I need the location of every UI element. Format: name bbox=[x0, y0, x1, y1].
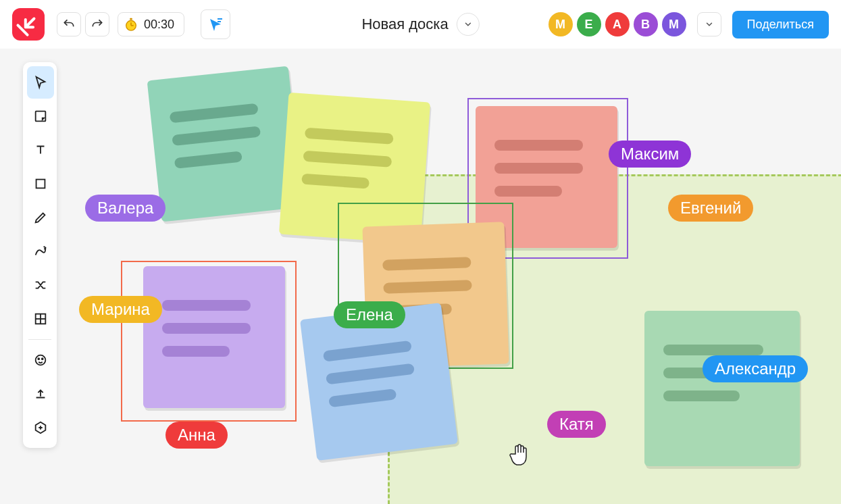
select-tool[interactable] bbox=[27, 66, 54, 99]
sticky-note[interactable] bbox=[644, 311, 800, 466]
hand-cursor-icon bbox=[508, 440, 531, 468]
chevron-down-icon bbox=[463, 20, 473, 29]
avatar[interactable]: М bbox=[549, 12, 573, 36]
connector-tool[interactable] bbox=[27, 235, 54, 268]
user-label-valera: Валера bbox=[85, 195, 165, 222]
svg-rect-7 bbox=[36, 111, 46, 122]
avatar[interactable]: М bbox=[662, 12, 686, 36]
follow-cursor-button[interactable] bbox=[201, 9, 230, 39]
board-title[interactable]: Новая доска bbox=[361, 16, 448, 33]
sticky-note[interactable] bbox=[143, 266, 285, 408]
timer-value: 00:30 bbox=[144, 18, 174, 32]
svg-point-14 bbox=[42, 358, 43, 359]
shape-tool[interactable] bbox=[27, 168, 54, 200]
undo-button[interactable] bbox=[57, 12, 81, 36]
svg-rect-8 bbox=[36, 180, 45, 188]
avatar[interactable]: А bbox=[605, 12, 630, 36]
toolbar-divider bbox=[28, 339, 51, 340]
sticky-tool[interactable] bbox=[27, 100, 54, 132]
avatar[interactable]: В bbox=[634, 12, 658, 36]
board-menu-dropdown[interactable] bbox=[457, 13, 480, 36]
text-tool[interactable] bbox=[27, 134, 54, 166]
frame-tool[interactable] bbox=[27, 303, 54, 335]
user-label-evgeniy: Евгений bbox=[668, 195, 753, 222]
sticky-note[interactable] bbox=[147, 66, 303, 222]
chevron-down-icon bbox=[705, 20, 714, 29]
svg-rect-2 bbox=[130, 18, 132, 20]
upload-tool[interactable] bbox=[27, 378, 54, 410]
redo-button[interactable] bbox=[85, 12, 109, 36]
user-label-maksim: Максим bbox=[609, 141, 691, 168]
app-logo[interactable] bbox=[12, 8, 45, 41]
tools-sidebar bbox=[23, 62, 57, 448]
svg-point-13 bbox=[38, 358, 39, 359]
reaction-tool[interactable] bbox=[27, 344, 54, 376]
user-label-elena: Елена bbox=[334, 301, 405, 328]
user-label-katya: Катя bbox=[547, 411, 606, 438]
stopwatch-icon bbox=[124, 17, 138, 32]
add-tool[interactable] bbox=[27, 411, 54, 444]
collaborator-avatars: МЕАВМ bbox=[549, 12, 686, 36]
top-toolbar: 00:30 Новая доска МЕАВМ Поделиться bbox=[0, 0, 841, 49]
shuffle-tool[interactable] bbox=[27, 269, 54, 301]
svg-point-12 bbox=[36, 355, 46, 366]
user-label-marina: Марина bbox=[79, 296, 162, 323]
canvas[interactable]: Валера Марина Анна Елена Максим Евгений … bbox=[0, 49, 841, 504]
avatar[interactable]: Е bbox=[577, 12, 601, 36]
share-button[interactable]: Поделиться bbox=[732, 11, 829, 39]
user-label-anna: Анна bbox=[165, 422, 228, 449]
timer-widget[interactable]: 00:30 bbox=[118, 12, 184, 36]
more-collaborators-button[interactable] bbox=[697, 12, 721, 36]
user-label-aleksandr: Александр bbox=[703, 355, 808, 382]
pen-tool[interactable] bbox=[27, 201, 54, 234]
